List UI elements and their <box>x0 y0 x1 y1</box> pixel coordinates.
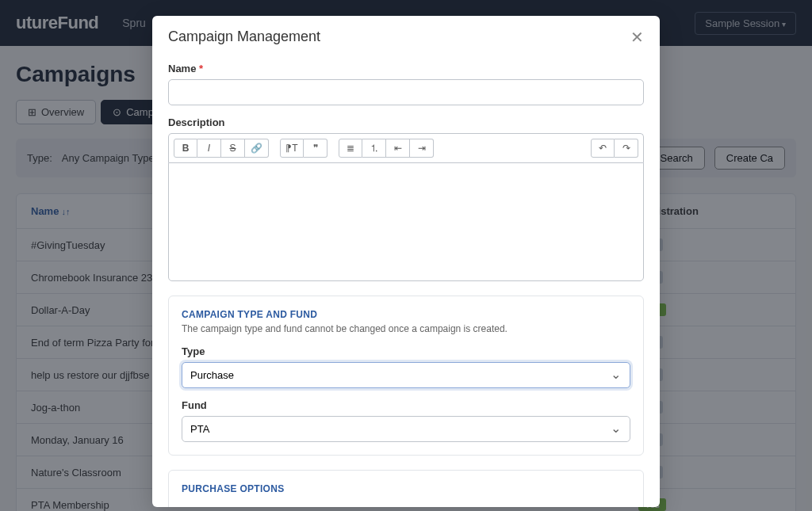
fund-label: Fund <box>182 399 630 411</box>
number-list-icon: ⒈ <box>370 142 379 155</box>
type-select[interactable]: Purchase <box>182 362 630 388</box>
richtext-toolbar: B I S 🔗 ⁋T ❞ ≣ ⒈ ⇤ ⇥ ↶ ↷ <box>168 133 644 162</box>
number-list-button[interactable]: ⒈ <box>362 139 386 158</box>
close-icon: ✕ <box>630 29 644 46</box>
purchase-options-card: PURCHASE OPTIONS Amount <box>168 470 644 507</box>
purchase-options-heading: PURCHASE OPTIONS <box>182 483 630 494</box>
campaign-type-heading: CAMPAIGN TYPE AND FUND <box>182 309 630 320</box>
name-label: Name * <box>168 63 644 74</box>
strike-icon: S <box>229 143 236 154</box>
type-label: Type <box>182 345 630 357</box>
campaign-management-modal: Campaign Management ✕ Name * Description… <box>152 16 660 507</box>
close-button[interactable]: ✕ <box>630 29 644 45</box>
bold-icon: B <box>182 143 190 154</box>
modal-title: Campaign Management <box>168 29 320 45</box>
link-icon: 🔗 <box>251 143 262 154</box>
fund-select[interactable]: PTA <box>182 416 630 442</box>
description-label: Description <box>168 116 644 128</box>
redo-icon: ↷ <box>622 143 630 154</box>
undo-icon: ↶ <box>599 143 607 154</box>
outdent-button[interactable]: ⇤ <box>386 139 410 158</box>
bullet-list-button[interactable]: ≣ <box>339 139 362 158</box>
heading-button[interactable]: ⁋T <box>280 139 304 158</box>
redo-button[interactable]: ↷ <box>615 139 638 158</box>
required-indicator: * <box>199 63 203 74</box>
bullet-list-icon: ≣ <box>347 143 354 154</box>
bold-button[interactable]: B <box>174 139 197 158</box>
heading-icon: ⁋T <box>285 143 297 154</box>
link-button[interactable]: 🔗 <box>245 139 269 158</box>
campaign-type-sub: The campaign type and fund cannot be cha… <box>182 323 630 334</box>
outdent-icon: ⇤ <box>394 143 402 154</box>
italic-button[interactable]: I <box>197 139 221 158</box>
amount-label: Amount <box>182 505 630 507</box>
name-label-text: Name <box>168 63 196 74</box>
name-input[interactable] <box>168 79 644 105</box>
strike-button[interactable]: S <box>221 139 245 158</box>
modal-header: Campaign Management ✕ <box>152 16 660 58</box>
modal-body: Name * Description B I S 🔗 ⁋T ❞ ≣ <box>152 58 660 507</box>
italic-icon: I <box>208 143 210 154</box>
indent-button[interactable]: ⇥ <box>410 139 434 158</box>
description-editor[interactable] <box>168 162 644 281</box>
campaign-type-card: CAMPAIGN TYPE AND FUND The campaign type… <box>168 296 644 456</box>
undo-button[interactable]: ↶ <box>591 139 615 158</box>
quote-icon: ❞ <box>313 143 318 154</box>
indent-icon: ⇥ <box>418 143 426 154</box>
quote-button[interactable]: ❞ <box>304 139 327 158</box>
